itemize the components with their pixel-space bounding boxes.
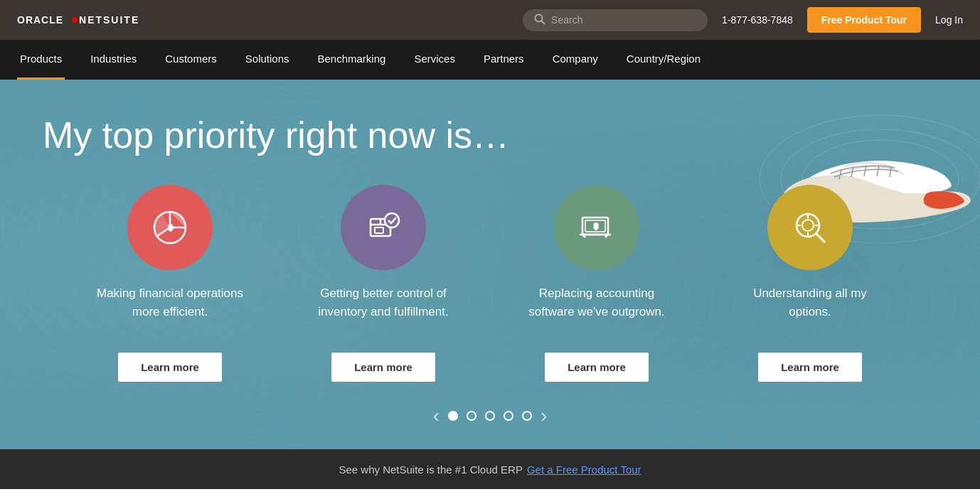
logo-dot <box>72 17 78 23</box>
nav-item-company[interactable]: Company <box>550 40 601 80</box>
svg-text:$: $ <box>594 222 598 230</box>
learn-more-accounting[interactable]: Learn more <box>545 353 649 382</box>
main-nav: Products Industries Customers Solutions … <box>0 40 980 80</box>
top-header: ORACLE NETSUITE 1-877-638-7848 Free Prod… <box>0 0 980 40</box>
svg-point-19 <box>385 213 399 227</box>
hero-title: My top priority right now is… <box>0 80 980 185</box>
nav-item-benchmarking[interactable]: Benchmarking <box>315 40 389 80</box>
search-icon <box>534 14 545 27</box>
carousel-controls: ‹ › <box>0 404 980 427</box>
bottom-bar-text: See why NetSuite is the #1 Cloud ERP <box>339 463 522 476</box>
svg-line-32 <box>816 234 824 242</box>
nav-item-industries[interactable]: Industries <box>87 40 139 80</box>
learn-more-inventory[interactable]: Learn more <box>331 353 435 382</box>
bottom-bar-link[interactable]: Get a Free Product Tour <box>527 463 641 476</box>
card-accounting: $ Replacing accounting software we've ou… <box>490 185 703 382</box>
card-financial: $ Making financial operations more effic… <box>63 185 277 382</box>
bottom-bar: See why NetSuite is the #1 Cloud ERP Get… <box>0 449 980 489</box>
card-icon-accounting: $ <box>554 185 639 270</box>
carousel-dot-2[interactable] <box>467 411 476 421</box>
carousel-dot-1[interactable] <box>448 411 458 421</box>
logo-netsuite: NETSUITE <box>79 14 139 26</box>
learn-more-options[interactable]: Learn more <box>758 353 862 382</box>
card-icon-financial: $ <box>127 185 213 270</box>
svg-rect-18 <box>375 227 383 233</box>
phone-number: 1-877-638-7848 <box>722 14 793 26</box>
hero-section: My top priority right now is… $ Making f… <box>0 80 980 449</box>
nav-item-solutions[interactable]: Solutions <box>243 40 292 80</box>
search-input[interactable] <box>551 14 696 26</box>
nav-item-products[interactable]: Products <box>17 40 65 80</box>
card-inventory: Getting better control of inventory and … <box>277 185 490 382</box>
card-options: Understanding all my options. Learn more <box>703 185 917 382</box>
card-text-inventory: Getting better control of inventory and … <box>305 284 462 336</box>
learn-more-financial[interactable]: Learn more <box>118 353 222 382</box>
card-text-options: Understanding all my options. <box>732 284 888 336</box>
nav-item-customers[interactable]: Customers <box>162 40 220 80</box>
logo-oracle: ORACLE <box>17 14 63 26</box>
svg-point-0 <box>536 14 543 21</box>
svg-text:$: $ <box>169 224 173 232</box>
free-product-tour-button[interactable]: Free Product Tour <box>807 7 921 33</box>
carousel-next[interactable]: › <box>540 404 547 427</box>
login-button[interactable]: Log In <box>935 14 963 26</box>
nav-item-country-region[interactable]: Country/Region <box>624 40 703 80</box>
card-icon-options <box>767 185 853 270</box>
svg-line-1 <box>542 21 545 24</box>
logo: ORACLE NETSUITE <box>17 14 139 26</box>
nav-item-services[interactable]: Services <box>411 40 458 80</box>
cards-row: $ Making financial operations more effic… <box>0 185 980 382</box>
carousel-dot-3[interactable] <box>485 411 495 421</box>
search-bar[interactable] <box>523 9 708 31</box>
nav-item-partners[interactable]: Partners <box>481 40 527 80</box>
svg-point-27 <box>802 220 814 231</box>
carousel-prev[interactable]: ‹ <box>433 404 440 427</box>
header-right: 1-877-638-7848 Free Product Tour Log In <box>523 7 963 33</box>
card-icon-inventory <box>341 185 426 270</box>
carousel-dot-5[interactable] <box>522 411 532 421</box>
carousel-dot-4[interactable] <box>504 411 513 421</box>
card-text-accounting: Replacing accounting software we've outg… <box>518 284 675 336</box>
card-text-financial: Making financial operations more efficie… <box>92 284 248 336</box>
